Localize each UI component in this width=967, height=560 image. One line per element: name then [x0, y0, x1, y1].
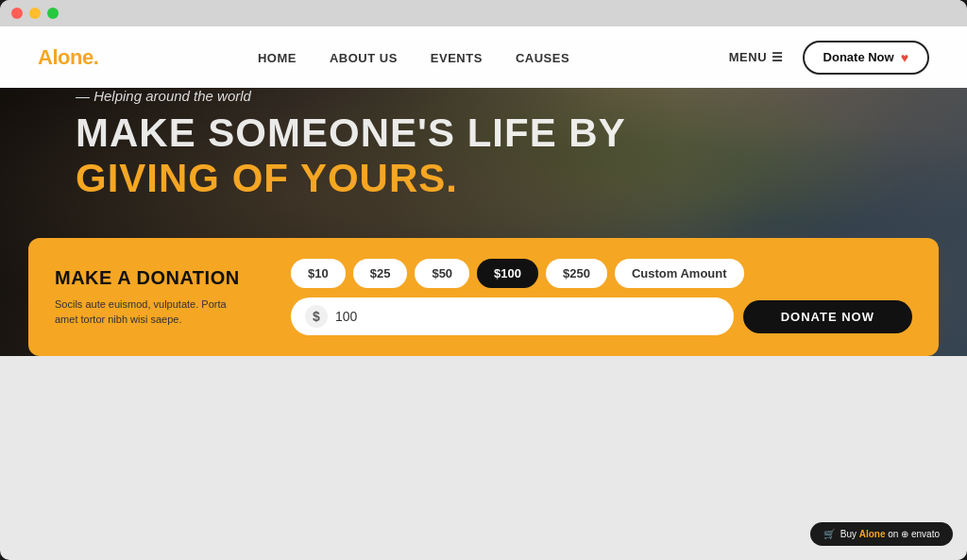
minimize-button[interactable] — [29, 8, 41, 19]
nav-link-causes[interactable]: CAUSES — [516, 51, 569, 65]
donate-now-button[interactable]: Donate Now ♥ — [803, 41, 929, 75]
donation-title: MAKE A DONATION — [55, 267, 263, 289]
heart-icon: ♥ — [901, 50, 908, 65]
hero-subtitle: Helping around the world — [76, 88, 967, 104]
nav-item-causes[interactable]: CAUSES — [516, 49, 569, 66]
site-logo[interactable]: Alone. — [38, 45, 98, 70]
browser-content: Alone. HOME ABOUT US EVENTS CAUSES MENU — [0, 26, 967, 560]
donate-now-submit-button[interactable]: DONATE NOW — [743, 300, 912, 333]
browser-window: Alone. HOME ABOUT US EVENTS CAUSES MENU — [0, 0, 967, 560]
amount-input[interactable] — [335, 309, 720, 324]
amount-10-button[interactable]: $10 — [291, 259, 346, 288]
nav-link-events[interactable]: EVENTS — [431, 51, 483, 65]
brand-name: Alone — [859, 529, 886, 539]
nav-links: HOME ABOUT US EVENTS CAUSES — [258, 49, 569, 66]
logo-dot: . — [93, 45, 99, 69]
envato-text: Buy Alone on ⊕ envato — [840, 529, 940, 539]
navbar: Alone. HOME ABOUT US EVENTS CAUSES MENU — [0, 26, 967, 88]
amount-100-button[interactable]: $100 — [477, 259, 538, 288]
nav-link-about[interactable]: ABOUT US — [330, 51, 398, 65]
amount-input-wrapper: $ — [291, 297, 734, 335]
nav-item-events[interactable]: EVENTS — [431, 49, 483, 66]
nav-right: MENU ☰ Donate Now ♥ — [729, 41, 929, 75]
nav-item-home[interactable]: HOME — [258, 49, 297, 66]
maximize-button[interactable] — [47, 8, 59, 19]
donation-description: Socils aute euismod, vulputate. Porta am… — [55, 297, 244, 328]
hamburger-icon: ☰ — [772, 50, 784, 64]
menu-label: MENU — [729, 50, 767, 64]
amount-custom-button[interactable]: Custom Amount — [615, 259, 744, 288]
donation-left: MAKE A DONATION Socils aute euismod, vul… — [55, 267, 263, 328]
logo-text: Alone — [38, 45, 93, 69]
amount-input-row: $ DONATE NOW — [291, 297, 912, 335]
hero-content: Helping around the world MAKE SOMEONE'S … — [0, 88, 967, 238]
hero-title-line2: GIVING OF YOURS. — [76, 157, 967, 200]
donation-right: $10 $25 $50 $100 $250 Custom Amount $ DO… — [291, 259, 912, 335]
hero-title-line1: MAKE SOMEONE'S LIFE BY — [76, 111, 967, 155]
envato-badge[interactable]: 🛒 Buy Alone on ⊕ envato — [810, 522, 953, 546]
donate-button-label: Donate Now — [823, 50, 894, 64]
close-button[interactable] — [11, 8, 23, 19]
menu-button[interactable]: MENU ☰ — [729, 50, 784, 64]
amount-25-button[interactable]: $25 — [353, 259, 408, 288]
hero-section: Helping around the world MAKE SOMEONE'S … — [0, 88, 967, 356]
amount-50-button[interactable]: $50 — [415, 259, 469, 288]
currency-symbol: $ — [305, 305, 328, 328]
cart-icon: 🛒 — [823, 529, 835, 539]
amount-250-button[interactable]: $250 — [546, 259, 607, 288]
nav-item-about[interactable]: ABOUT US — [330, 49, 398, 66]
donation-box: MAKE A DONATION Socils aute euismod, vul… — [28, 238, 939, 356]
nav-link-home[interactable]: HOME — [258, 51, 297, 65]
mac-titlebar — [0, 0, 967, 26]
amount-buttons: $10 $25 $50 $100 $250 Custom Amount — [291, 259, 912, 288]
